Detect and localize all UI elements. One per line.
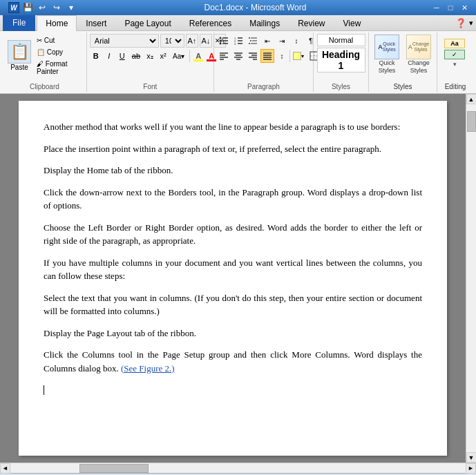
ribbon-content: 📋 Paste ✂ Cut 📋 Copy 🖌 Format Painter Cl…: [0, 31, 476, 93]
change-styles-button[interactable]: AChangeStyles ChangeStyles: [403, 32, 434, 77]
title-bar: W 💾 ↩ ↪ ▾ Doc1.docx - Microsoft Word ─ □…: [0, 0, 476, 15]
save-button[interactable]: 💾: [21, 1, 34, 14]
window-controls: ─ □ ✕: [430, 2, 470, 13]
tab-page-layout[interactable]: Page Layout: [115, 15, 180, 31]
ribbon-toggle-icon[interactable]: ▾: [469, 19, 473, 28]
paragraph-4: Click the down-arrow next to the Borders…: [44, 186, 422, 213]
justify-button[interactable]: [260, 49, 274, 63]
paragraph-6: If you have multiple columns in your doc…: [44, 256, 422, 283]
increase-indent-button[interactable]: ⇥: [275, 34, 289, 48]
paste-label: Paste: [10, 64, 28, 71]
bullets-button[interactable]: [217, 34, 231, 48]
scroll-left-arrow[interactable]: ◄: [0, 463, 10, 474]
editing-label: Editing: [437, 83, 473, 90]
editing-group: Aa ✓ ▾ Editing: [437, 32, 473, 92]
svg-point-4: [219, 43, 221, 45]
sort-button[interactable]: ↕: [289, 34, 303, 48]
change-case-button[interactable]: Aa▾: [170, 49, 187, 63]
shading-button[interactable]: ▾: [291, 49, 306, 63]
h-scroll-thumb[interactable]: [79, 464, 149, 473]
tab-insert[interactable]: Insert: [77, 15, 115, 31]
vertical-scrollbar[interactable]: ▲ ▼: [466, 94, 476, 463]
font-group: Arial 10 A↑ A↓ ✕A B I U ab x₂ x² Aa▾: [87, 32, 214, 92]
window-title: Doc1.docx - Microsoft Word: [80, 3, 430, 12]
text-highlight-button[interactable]: A: [192, 49, 204, 63]
ribbon-tab-bar: File Home Insert Page Layout References …: [0, 15, 476, 31]
underline-button[interactable]: U: [116, 49, 128, 63]
paragraph-group: 1.2.3. ⇤ ⇥ ↕ ¶: [214, 32, 314, 92]
figure-link[interactable]: (See Figure 2.): [121, 363, 175, 374]
help-icon[interactable]: ❓: [455, 18, 466, 28]
minimize-button[interactable]: ─: [430, 2, 443, 13]
decrease-indent-button[interactable]: ⇤: [260, 34, 274, 48]
clipboard-group-content: 📋 Paste ✂ Cut 📋 Copy 🖌 Format Painter: [6, 32, 84, 77]
superscript-button[interactable]: x²: [157, 49, 169, 63]
align-right-button[interactable]: [246, 49, 260, 63]
horizontal-scrollbar[interactable]: ◄ ►: [0, 463, 476, 473]
cut-button[interactable]: ✂ Cut: [35, 35, 84, 46]
line-spacing-button[interactable]: ↕: [275, 49, 289, 63]
bold-button[interactable]: B: [90, 49, 102, 63]
tab-file[interactable]: File: [3, 15, 35, 31]
editing-button[interactable]: Aa ✓ ▾: [440, 34, 469, 72]
scroll-right-arrow[interactable]: ►: [466, 463, 476, 474]
quick-access-toolbar: W 💾 ↩ ↪ ▾: [6, 0, 80, 15]
normal-style-button[interactable]: Normal: [317, 34, 365, 46]
tab-view[interactable]: View: [334, 15, 370, 31]
quick-styles-button[interactable]: AQuickStyles QuickStyles: [372, 32, 402, 77]
clipboard-label: Clipboard: [3, 83, 86, 90]
paragraph-5: Choose the Left Border or Right Border o…: [44, 221, 422, 248]
align-center-button[interactable]: [231, 49, 245, 63]
styles-action-group: AQuickStyles QuickStyles AChangeStyles C…: [369, 32, 437, 92]
styles-label: Styles: [314, 83, 368, 90]
font-label: Font: [87, 83, 213, 90]
tab-review[interactable]: Review: [289, 15, 334, 31]
close-button[interactable]: ✕: [458, 2, 470, 13]
paste-button[interactable]: 📋 Paste: [6, 38, 33, 73]
redo-button[interactable]: ↪: [50, 1, 63, 14]
paragraph-2: Place the insertion point within a parag…: [44, 142, 422, 156]
align-left-button[interactable]: [217, 49, 231, 63]
paragraph-8: Display the Page Layout tab of the ribbo…: [44, 327, 422, 340]
strikethrough-button[interactable]: ab: [129, 49, 143, 63]
qat-dropdown-button[interactable]: ▾: [65, 1, 77, 14]
scroll-up-arrow[interactable]: ▲: [466, 94, 477, 104]
numbering-button[interactable]: 1.2.3.: [231, 34, 245, 48]
svg-point-2: [219, 40, 221, 42]
tab-mailings[interactable]: Mailings: [240, 15, 289, 31]
format-painter-button[interactable]: 🖌 Format Painter: [35, 59, 84, 77]
paragraph-1: Another method that works well if you wa…: [44, 120, 422, 134]
word-icon: W: [8, 2, 19, 13]
scroll-thumb[interactable]: [467, 111, 476, 132]
title-bar-left: W 💾 ↩ ↪ ▾: [6, 0, 80, 15]
text-cursor: [44, 385, 44, 395]
document-scroll[interactable]: Another method that works well if you wa…: [0, 94, 466, 463]
heading1-style-button[interactable]: Heading 1: [317, 48, 365, 72]
styles-group-content: Normal Heading 1: [316, 32, 365, 72]
tab-references[interactable]: References: [180, 15, 240, 31]
font-size-selector[interactable]: 10: [160, 34, 184, 48]
undo-button[interactable]: ↩: [36, 1, 48, 14]
subscript-button[interactable]: x₂: [144, 49, 156, 63]
svg-point-14: [250, 40, 251, 41]
shrink-font-button[interactable]: A↓: [200, 34, 212, 48]
scroll-down-arrow[interactable]: ▼: [466, 452, 477, 463]
multilevel-list-button[interactable]: [246, 34, 260, 48]
maximize-button[interactable]: □: [444, 2, 457, 13]
grow-font-button[interactable]: A↑: [186, 34, 198, 48]
clipboard-group: 📋 Paste ✂ Cut 📋 Copy 🖌 Format Painter Cl…: [3, 32, 87, 92]
svg-text:3.: 3.: [234, 42, 236, 46]
paragraph-7: Select the text that you want in columns…: [44, 291, 422, 318]
copy-button[interactable]: 📋 Copy: [35, 47, 84, 57]
svg-point-12: [249, 37, 250, 39]
svg-point-16: [249, 43, 250, 44]
font-name-selector[interactable]: Arial: [90, 34, 159, 48]
document-page: Another method that works well if you wa…: [19, 101, 447, 456]
h-scroll-track[interactable]: [10, 463, 466, 473]
tab-home[interactable]: Home: [37, 15, 77, 31]
paragraph-9: Click the Columns tool in the Page Setup…: [44, 348, 422, 375]
italic-button[interactable]: I: [103, 49, 115, 63]
styles-group-label: Styles: [369, 83, 437, 90]
scroll-track[interactable]: [466, 104, 476, 452]
font-group-content: Arial 10 A↑ A↓ ✕A B I U ab x₂ x² Aa▾: [90, 32, 211, 63]
